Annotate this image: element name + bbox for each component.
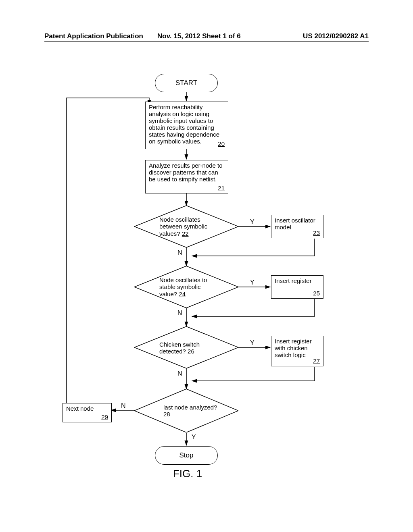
d24-ref: 24 xyxy=(179,291,186,297)
box21-ref: 21 xyxy=(218,185,225,191)
box29-text: Next node xyxy=(66,405,94,412)
process-box-23: Insert oscillator model 23 xyxy=(271,215,323,238)
d24-y-label: Y xyxy=(250,279,254,286)
box20-ref: 20 xyxy=(218,140,225,147)
box25-ref: 25 xyxy=(313,290,320,297)
process-box-21: Analyze results per-node to discover pat… xyxy=(145,160,228,193)
box25-text: Insert register xyxy=(275,277,312,284)
box20-text: Perform reachability analysis on logic u… xyxy=(149,104,219,145)
d28-ref: 28 xyxy=(163,411,170,418)
d24-n-label: N xyxy=(177,310,182,317)
d28-y-label: Y xyxy=(192,434,196,441)
decision-28: last node analyzed? 28 xyxy=(134,389,238,432)
d22-ref: 22 xyxy=(182,230,189,237)
d28-text: last node analyzed? xyxy=(163,404,217,411)
d26-n-label: N xyxy=(177,370,182,377)
d26-y-label: Y xyxy=(250,339,254,347)
start-label: START xyxy=(175,79,197,87)
d26-ref: 26 xyxy=(188,348,194,355)
d22-n-label: N xyxy=(177,249,182,256)
box23-text: Insert oscillator model xyxy=(275,217,315,231)
box21-text: Analyze results per-node to discover pat… xyxy=(149,162,223,183)
figure-label: FIG. 1 xyxy=(169,468,206,480)
decision-22: Node oscillates between symbolic values?… xyxy=(134,206,238,247)
process-box-29: Next node 29 xyxy=(63,403,112,422)
decision-24: Node oscillates to stable symbolic value… xyxy=(134,266,238,308)
decision-26: Chicken switch detected? 26 xyxy=(134,326,238,368)
start-terminal: START xyxy=(155,74,218,92)
stop-terminal: Stop xyxy=(155,446,218,465)
d28-n-label: N xyxy=(121,402,126,409)
stop-label: Stop xyxy=(179,451,194,459)
process-box-25: Insert register 25 xyxy=(271,275,323,299)
box29-ref: 29 xyxy=(101,414,108,420)
d22-y-label: Y xyxy=(250,218,254,226)
process-box-27: Insert register with chicken switch logi… xyxy=(271,336,323,366)
process-box-20: Perform reachability analysis on logic u… xyxy=(145,102,228,149)
box27-text: Insert register with chicken switch logi… xyxy=(275,338,312,358)
box27-ref: 27 xyxy=(313,357,320,364)
box23-ref: 23 xyxy=(313,229,320,236)
